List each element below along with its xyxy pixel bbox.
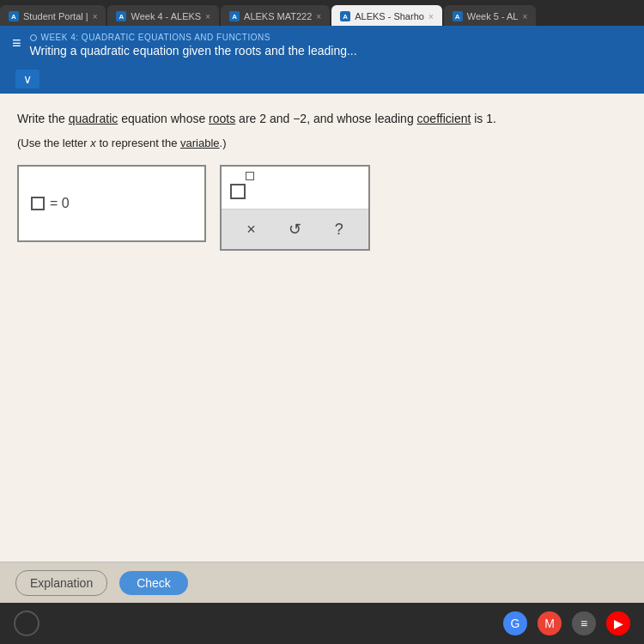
equals-zero-label: = 0 [50,196,70,211]
tab-close-2[interactable]: × [205,12,210,21]
tab-favicon-4: A [340,11,350,21]
tab-close-3[interactable]: × [316,12,321,21]
tab-aleks-active[interactable]: A ALEKS - Sharho × [331,5,442,27]
tab-favicon-3: A [229,11,240,21]
q-underline-quadratic: quadratic [69,112,118,125]
q-underline-coefficient: coefficient [417,112,471,125]
tab-mat222[interactable]: A ALEKS MAT222 × [221,5,330,27]
q-underline-roots: roots [209,112,235,125]
header-title: Writing a quadratic equation given the r… [30,44,357,58]
tab-favicon-2: A [116,11,126,21]
tab-favicon-5: A [453,11,463,21]
tab-favicon-1: A [9,11,19,21]
question-line1: Write the quadratic equation whose roots… [17,109,627,128]
keypad-top [222,167,368,210]
bottom-bar: Explanation Check [0,562,644,603]
tab-label-5: Week 5 - AL [467,11,519,21]
tab-label-2: Week 4 - ALEKS [131,11,201,21]
aleks-header: ≡ WEEK 4: QUADRATIC EQUATIONS AND FUNCTI… [0,26,644,64]
tab-student-portal[interactable]: A Student Portal | × [0,5,106,27]
taskbar-circle-icon [14,611,39,636]
answer-area: = 0 × ↺ ? [17,165,627,251]
q-text-equation: equation whose [118,112,209,125]
question-line2: (Use the letter x to represent the varia… [17,137,627,149]
tab-week4[interactable]: A Week 4 - ALEKS × [107,5,219,27]
chevron-icon: ∨ [23,72,32,86]
explanation-button[interactable]: Explanation [15,570,107,596]
input-box-content: = 0 [31,196,70,211]
tab-label-3: ALEKS MAT222 [244,11,312,21]
week-label: WEEK 4: QUADRATIC EQUATIONS AND FUNCTION… [30,33,357,42]
input-square-icon [31,197,45,210]
taskbar-right: G M ≡ ▶ [503,611,630,635]
keypad-help-button[interactable]: ? [328,217,350,242]
q-text-use: (Use the letter x to represent the [17,137,180,149]
docs-icon[interactable]: ≡ [572,611,596,635]
week-circle-icon [30,34,37,41]
keypad-clear-button[interactable]: × [240,217,263,242]
taskbar-left [14,611,39,636]
tab-label-4: ALEKS - Sharho [355,11,424,21]
keypad-base-square [230,184,246,199]
keypad-undo-button[interactable]: ↺ [282,216,308,242]
chevron-button[interactable]: ∨ [15,70,39,88]
check-button[interactable]: Check [119,571,188,595]
tab-label-1: Student Portal | [23,11,88,21]
keypad-buttons: × ↺ ? [222,210,368,249]
week-label-text: WEEK 4: QUADRATIC EQUATIONS AND FUNCTION… [41,33,270,42]
q-text-write: Write the [17,112,69,125]
youtube-icon[interactable]: ▶ [606,611,630,635]
taskbar: G M ≡ ▶ [0,603,644,644]
main-content: Write the quadratic equation whose roots… [0,94,644,523]
gmail-icon[interactable]: M [538,611,562,635]
page-wrapper: A Student Portal | × A Week 4 - ALEKS × … [0,0,644,644]
tab-week5[interactable]: A Week 5 - AL × [444,5,537,27]
q-text-roots-val: are 2 and −2, and whose leading [235,112,416,125]
tab-bar: A Student Portal | × A Week 4 - ALEKS × … [0,0,644,27]
chevron-area: ∨ [0,64,644,94]
q-text-is1: is 1. [471,112,496,125]
answer-input-box[interactable]: = 0 [17,165,206,242]
keypad-square-with-exp [230,179,246,202]
hamburger-menu[interactable]: ≡ [12,34,21,52]
tab-close-1[interactable]: × [93,12,98,21]
browser-window: ≡ WEEK 4: QUADRATIC EQUATIONS AND FUNCTI… [0,26,644,603]
q-underline-variable: variable [180,137,220,149]
google-icon[interactable]: G [503,611,527,635]
q-text-paren: .) [220,137,227,149]
header-text-block: WEEK 4: QUADRATIC EQUATIONS AND FUNCTION… [30,33,357,58]
tab-close-5[interactable]: × [522,12,527,21]
keypad-exp-square [246,172,254,180]
tab-close-4[interactable]: × [428,12,434,21]
keypad-area: × ↺ ? [220,165,370,251]
